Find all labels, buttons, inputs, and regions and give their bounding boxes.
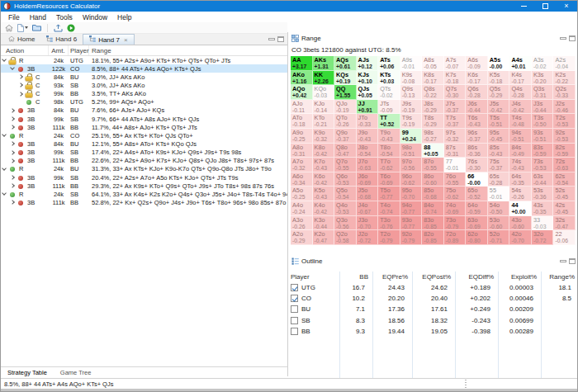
- column-header-range[interactable]: Range: [89, 45, 287, 55]
- player-checkbox[interactable]: [291, 317, 298, 324]
- hand-cell-95o[interactable]: 95o-0.70: [400, 187, 423, 201]
- hand-cell-AKs[interactable]: AKs+1.31: [313, 56, 335, 71]
- hand-cell-97s[interactable]: 97s-0.32: [444, 129, 467, 144]
- hand-cell-A3s[interactable]: A3s-0.02: [532, 56, 554, 71]
- hand-cell-K6o[interactable]: K6o-0.42: [313, 172, 335, 187]
- hand-cell-A9s[interactable]: A9s-0.01: [400, 56, 423, 71]
- hand-cell-Q4s[interactable]: Q4s-0.28: [509, 85, 532, 100]
- tree-row[interactable]: R24kSB64.1%, 33+ Ax K4s+ K2s K2o+ Q4s+ Q…: [1, 190, 287, 198]
- outline-row[interactable]: BB9.319.4419.05-0.3980.00289: [288, 326, 578, 337]
- outline-row[interactable]: CO10.220.2020.40+0.2020.000468.5: [288, 293, 578, 304]
- hand-cell-Q8s[interactable]: Q8s-0.22: [422, 85, 444, 100]
- tree-row[interactable]: C93kSB3.0%, JJ+ AKs AKo: [1, 81, 287, 89]
- hand-cell-KQo[interactable]: KQo-0.03: [313, 85, 335, 100]
- chevron-down-icon[interactable]: [2, 166, 7, 171]
- tab-strategy-table[interactable]: Strategy Table: [1, 369, 54, 376]
- player-checkbox[interactable]: [291, 305, 298, 313]
- tree-row[interactable]: 3B111kBB52.8%, 22+ Kx+ Q2s+ Q9o+ J4s+ J9…: [1, 198, 287, 206]
- chevron-right-icon[interactable]: [10, 108, 15, 113]
- hand-cell-Q9s[interactable]: Q9s-0.13: [400, 85, 423, 100]
- hand-cell-A7s[interactable]: A7s-0.07: [444, 56, 467, 71]
- hand-cell-A3o[interactable]: A3o-0.26: [291, 216, 313, 231]
- hand-cell-AKo[interactable]: AKo+1.16: [291, 71, 313, 86]
- tree-row[interactable]: C99kBB3.5%, TT+ AKs AKo: [1, 90, 287, 98]
- hand-cell-T3o[interactable]: T3o-0.76: [378, 216, 400, 231]
- hand-cell-T4s[interactable]: T4s-0.48: [509, 114, 532, 129]
- home-toolbar-button[interactable]: [5, 24, 13, 32]
- hand-cell-K6s[interactable]: K6s-0.17: [466, 71, 488, 86]
- hand-cell-T6s[interactable]: T6s-0.43: [466, 114, 488, 129]
- hand-cell-T2s[interactable]: T2s-0.53: [553, 114, 576, 129]
- hand-cell-42s[interactable]: 42s-0.45: [553, 201, 576, 216]
- hand-cell-85o[interactable]: 85o-0.68: [422, 187, 444, 201]
- hand-cell-K2s[interactable]: K2s-0.22: [553, 71, 576, 86]
- outline-column-bb[interactable]: BB: [339, 273, 372, 281]
- hand-cell-T2o[interactable]: T2o-0.79: [378, 230, 400, 245]
- hand-cell-54s[interactable]: 54s-0.26: [509, 187, 532, 201]
- maximize-panel-icon[interactable]: [569, 35, 576, 41]
- hand-cell-93o[interactable]: 93o-0.77: [400, 216, 423, 231]
- hand-cell-K3s[interactable]: K3s-0.20: [532, 71, 554, 86]
- hand-cell-AQo[interactable]: AQo+0.42: [291, 85, 313, 100]
- hand-cell-32s[interactable]: 32s-0.47: [553, 216, 576, 231]
- hand-cell-A5o[interactable]: A5o-0.25: [291, 187, 313, 201]
- hand-cell-55[interactable]: 55-0.01: [488, 187, 510, 201]
- hand-cell-J7s[interactable]: J7s-0.37: [444, 100, 467, 115]
- hand-cell-Q7s[interactable]: Q7s-0.30: [444, 85, 467, 100]
- hand-cell-KJo[interactable]: KJo-0.14: [313, 100, 335, 115]
- hand-cell-J9s[interactable]: J9s-0.19: [400, 100, 423, 115]
- hand-cell-AJs[interactable]: AJs+0.12: [357, 56, 379, 71]
- hand-cell-K7s[interactable]: K7s-0.18: [444, 71, 467, 86]
- hand-cell-43o[interactable]: 43o-0.60: [509, 216, 532, 231]
- hand-cell-AQs[interactable]: AQs+0.61: [334, 56, 357, 71]
- hand-cell-98s[interactable]: 98s-0.27: [422, 129, 444, 144]
- hand-cell-A7o[interactable]: A7o-0.32: [291, 158, 313, 172]
- hand-cell-74s[interactable]: 74s-0.43: [509, 158, 532, 172]
- maximize-panel-icon[interactable]: [569, 258, 576, 264]
- hand-cell-K9s[interactable]: K9s-0.08: [400, 71, 423, 86]
- hand-cell-92s[interactable]: 92s-0.53: [553, 129, 576, 144]
- hand-cell-99[interactable]: 99+0.24: [400, 129, 423, 144]
- outline-row[interactable]: BU7.117.3617.61+0.2490.00209: [288, 304, 578, 314]
- outline-panel-header[interactable]: Outline: [288, 255, 578, 267]
- hand-cell-K5s[interactable]: K5s-0.18: [488, 71, 510, 86]
- hand-cell-QJs[interactable]: QJs+0.05: [357, 85, 379, 100]
- hand-cell-63o[interactable]: 63o-0.69: [466, 216, 488, 231]
- menu-window[interactable]: Window: [78, 13, 112, 21]
- hand-cell-K9o[interactable]: K9o-0.32: [313, 129, 335, 144]
- hand-cell-T7o[interactable]: T7o-0.62: [378, 158, 400, 172]
- hand-cell-95s[interactable]: 95s-0.45: [488, 129, 510, 144]
- menu-file[interactable]: File: [3, 13, 25, 21]
- hand-cell-J5o[interactable]: J5o-0.68: [357, 187, 379, 201]
- outline-column-player[interactable]: Player: [288, 273, 339, 281]
- hand-cell-T4o[interactable]: T4o-0.74: [378, 201, 400, 216]
- hand-cell-77[interactable]: 77-0.01: [444, 158, 467, 172]
- hand-cell-KQs[interactable]: KQs+0.19: [334, 71, 357, 86]
- column-header-player[interactable]: Player: [69, 45, 89, 55]
- chevron-down-icon[interactable]: [2, 57, 7, 62]
- titlebar[interactable]: HoldemResources Calculator ×: [1, 1, 577, 12]
- hand-cell-A5s[interactable]: A5s-0.00: [488, 56, 510, 71]
- hand-cell-A2s[interactable]: A2s-0.04: [553, 56, 576, 71]
- export-button[interactable]: [54, 24, 63, 32]
- hand-cell-66[interactable]: 66-0.00: [466, 172, 488, 187]
- minimize-editor-icon[interactable]: [268, 38, 275, 40]
- hand-cell-A8s[interactable]: A8s-0.05: [422, 56, 444, 71]
- tree-row[interactable]: 3B122kCO8.5%, 88+ 44 ATs+ A4s AQo+ KTs+ …: [1, 64, 287, 73]
- statusbar-grip[interactable]: [465, 380, 467, 388]
- hand-cell-96s[interactable]: 96s-0.37: [466, 129, 488, 144]
- new-hand-button[interactable]: [17, 24, 28, 32]
- hand-cell-62o[interactable]: 62o-0.80: [466, 230, 488, 245]
- hand-cell-J4s[interactable]: J4s-0.42: [509, 100, 532, 115]
- hand-cell-K2o[interactable]: K2o-0.47: [313, 230, 335, 245]
- hand-cell-Q9o[interactable]: Q9o-0.37: [334, 129, 357, 144]
- hand-cell-J4o[interactable]: J4o-0.67: [357, 201, 379, 216]
- hand-cell-53o[interactable]: 53o-0.60: [488, 216, 510, 231]
- hand-cell-A4o[interactable]: A4o-0.24: [291, 201, 313, 216]
- hand-cell-J7o[interactable]: J7o-0.63: [357, 158, 379, 172]
- minimize-panel-icon[interactable]: [560, 37, 566, 40]
- tree-row[interactable]: R24kUTG18.1%, 55+ A2s+ A9o+ KTs+ KTo+ QT…: [1, 56, 287, 64]
- hand-cell-KK[interactable]: KK+2.26: [313, 71, 335, 86]
- tree-row[interactable]: C84kBU3.0%, JJ+ AKs AKo: [1, 73, 287, 81]
- hand-cell-A2o[interactable]: A2o-0.29: [291, 230, 313, 245]
